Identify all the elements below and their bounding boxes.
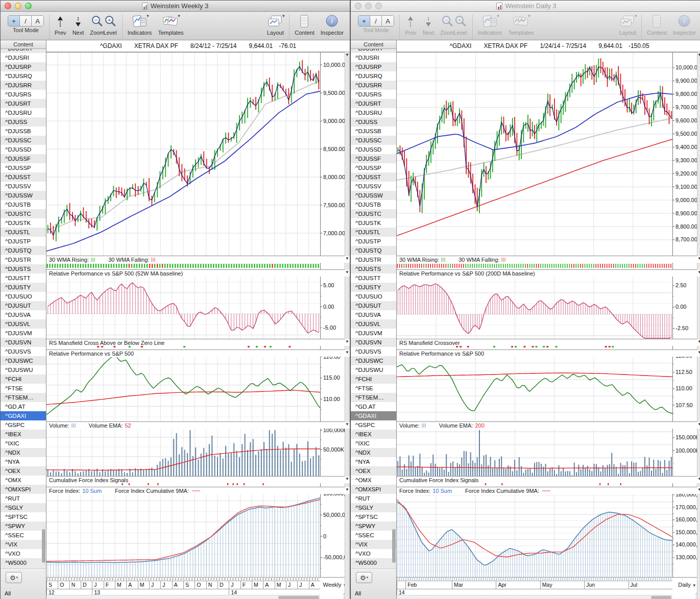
symbol-row[interactable]: ^DJUSRT bbox=[351, 99, 396, 108]
symbol-row[interactable]: ^DJUSVM bbox=[351, 329, 396, 338]
symbol-row[interactable]: ^DJUSTS bbox=[351, 264, 396, 273]
content-button[interactable]: Content bbox=[295, 14, 315, 36]
close-button[interactable] bbox=[5, 3, 11, 9]
pane-options-icon[interactable]: ▼ bbox=[697, 350, 700, 355]
symbol-row[interactable]: ^DJUSRR bbox=[351, 81, 396, 90]
rs-mansfield-pane[interactable]: RS Mansfield Crossover ▼ bbox=[397, 339, 700, 350]
symbol-row[interactable]: ^SPTSC bbox=[1, 512, 46, 521]
symbol-row[interactable]: ^DJUSTC bbox=[1, 209, 46, 218]
symbol-row[interactable]: ^DJUSSB bbox=[1, 127, 46, 136]
symbol-row[interactable]: ^OMXSPI bbox=[351, 485, 396, 494]
symbol-row[interactable]: ^DJUSSD bbox=[1, 145, 46, 154]
layout-button[interactable]: ▼Layout bbox=[267, 14, 284, 36]
symbol-row[interactable]: ^OEX bbox=[1, 466, 46, 476]
pane-options-icon[interactable]: ▼ bbox=[345, 477, 349, 482]
zoom-in-button[interactable]: +Level bbox=[103, 14, 116, 36]
symbol-row[interactable]: ^RUT bbox=[351, 494, 396, 503]
prev-button[interactable]: Prev bbox=[405, 14, 417, 36]
wma-signal-pane[interactable]: 30 WMA Rising:30 WMA Falling: ▼ bbox=[46, 256, 350, 269]
relative-performance-line-pane[interactable]: Relative Performance vs S&P 500 120.0011… bbox=[46, 350, 350, 421]
minimize-button[interactable] bbox=[365, 3, 372, 9]
force-index-pane[interactable]: Force Index:10 SumForce Index Cumulative… bbox=[46, 487, 350, 577]
symbol-row[interactable]: ^OMXSPI bbox=[1, 485, 46, 494]
symbol-row[interactable]: ^DJUSS bbox=[1, 117, 46, 127]
symbol-row[interactable]: ^NDX bbox=[351, 448, 396, 457]
tool-mode-segment-line[interactable]: / bbox=[20, 16, 32, 26]
symbol-row[interactable]: ^DJUSRR bbox=[1, 81, 46, 90]
symbol-row[interactable]: ^IXIC bbox=[1, 439, 46, 448]
symbol-row[interactable]: ^SGLY bbox=[351, 503, 396, 512]
symbol-row[interactable]: ^VIX bbox=[1, 540, 46, 549]
symbol-row[interactable]: ^GSPC bbox=[1, 420, 46, 430]
symbol-row[interactable]: ^NYA bbox=[351, 457, 396, 466]
rs-mansfield-pane[interactable]: RS Mansfield Cross Above or Below Zero L… bbox=[46, 339, 350, 350]
vertical-scrollbar[interactable] bbox=[345, 52, 350, 599]
symbol-row[interactable]: ^DJUSVS bbox=[1, 347, 46, 356]
symbol-row[interactable]: ^DJUSVN bbox=[351, 338, 396, 347]
symbol-row[interactable]: ^DJUSTL bbox=[1, 228, 46, 237]
prev-button[interactable]: Prev bbox=[55, 14, 66, 36]
symbol-row[interactable]: ^DJUSVA bbox=[351, 310, 396, 319]
pane-options-icon[interactable]: ▼ bbox=[697, 256, 700, 261]
symbol-row[interactable]: ^DJUSRH bbox=[351, 49, 396, 53]
zoom-out-button[interactable]: −Zoom bbox=[90, 14, 104, 36]
pane-options-icon[interactable]: ▼ bbox=[345, 350, 349, 355]
symbol-row[interactable]: ^DJUSTT bbox=[1, 273, 46, 283]
symbol-row[interactable]: ^DJUSSC bbox=[351, 136, 396, 145]
symbol-row[interactable]: ^SPWY bbox=[351, 521, 396, 531]
templates-button[interactable]: ▼Templates bbox=[158, 14, 183, 36]
symbol-row[interactable]: ^GDAXI bbox=[351, 411, 396, 420]
symbol-row[interactable]: ^VXO bbox=[1, 549, 46, 558]
sidebar-header-tab[interactable]: Content bbox=[351, 40, 396, 49]
symbol-row[interactable]: ^DJUSTQ bbox=[351, 246, 396, 255]
horizontal-scrollbar-thumb[interactable] bbox=[651, 596, 671, 599]
cumulative-force-signals-pane[interactable]: Cumulative Force Index Signals ▼ bbox=[397, 476, 700, 487]
next-button[interactable]: Next bbox=[73, 14, 84, 36]
symbol-row[interactable]: ^DJUSTC bbox=[351, 209, 396, 218]
symbol-row[interactable]: ^DJUSVL bbox=[1, 319, 46, 329]
symbol-row[interactable]: ^DJUSWC bbox=[351, 356, 396, 365]
zoom-in-button[interactable]: +Level bbox=[453, 14, 467, 36]
symbol-row[interactable]: ^SSEC bbox=[1, 531, 46, 540]
volume-pane[interactable]: Volume:Volume EMA:200 200,000K150,000K10… bbox=[397, 421, 700, 476]
indicators-button[interactable]: ▼Indicators bbox=[478, 14, 502, 36]
price-pane[interactable]: 10,000.009,500.009,000.008,500.008,000.0… bbox=[46, 52, 350, 256]
vertical-scrollbar[interactable] bbox=[697, 52, 700, 599]
symbol-row[interactable]: ^VIX bbox=[351, 540, 396, 549]
symbol-row[interactable]: ^DJUSUO bbox=[351, 292, 396, 301]
symbol-row[interactable]: ^DJUSUT bbox=[351, 301, 396, 310]
symbol-row[interactable]: ^DJUSTB bbox=[1, 200, 46, 209]
pane-options-icon[interactable]: ▼ bbox=[697, 339, 700, 344]
symbol-row[interactable]: ^DJUSRI bbox=[351, 53, 396, 62]
zoom-out-button[interactable]: −Zoom bbox=[440, 14, 454, 36]
symbol-row[interactable]: ^GDAXI bbox=[1, 411, 46, 420]
symbol-row[interactable]: ^FTSE bbox=[351, 384, 396, 393]
symbol-row[interactable]: ^SPWY bbox=[1, 521, 46, 531]
zoom-button[interactable] bbox=[375, 3, 382, 9]
volume-pane[interactable]: Volume:Volume EMA:52 100,000K50,000K▼ bbox=[46, 421, 350, 476]
symbol-row[interactable]: ^DJUSTK bbox=[351, 218, 396, 228]
symbol-row[interactable]: ^DJUSTT bbox=[351, 273, 396, 283]
title-bar[interactable]: Weinstein Weekly 3 bbox=[1, 1, 350, 12]
symbol-row[interactable]: ^DJUSWU bbox=[1, 365, 46, 375]
horizontal-scrollbar-thumb[interactable] bbox=[278, 596, 319, 599]
relative-performance-histogram-pane[interactable]: Relative Performance vs S&P 500 (200D MA… bbox=[397, 269, 700, 339]
relative-performance-line-pane[interactable]: Relative Performance vs S&P 500 115.0011… bbox=[397, 350, 700, 421]
symbol-row[interactable]: ^DJUSRQ bbox=[351, 71, 396, 81]
symbol-row[interactable]: ^DJUSVS bbox=[351, 347, 396, 356]
layout-button[interactable]: ▼Layout bbox=[619, 14, 636, 36]
symbol-row[interactable]: ^DJUSTY bbox=[1, 283, 46, 292]
pane-options-icon[interactable]: ▼ bbox=[345, 270, 349, 275]
pane-options-icon[interactable]: ▼ bbox=[345, 256, 349, 261]
symbol-row[interactable]: ^OEX bbox=[351, 466, 396, 476]
symbol-row[interactable]: ^GSPC bbox=[351, 420, 396, 430]
pane-options-icon[interactable]: ▼ bbox=[345, 53, 349, 58]
pane-options-icon[interactable]: ▼ bbox=[697, 53, 700, 58]
pane-options-icon[interactable]: ▼ bbox=[697, 487, 700, 492]
symbol-row[interactable]: ^DJUSSV bbox=[351, 182, 396, 191]
pane-options-icon[interactable]: ▼ bbox=[345, 487, 349, 492]
tool-mode-segment-text[interactable]: A bbox=[382, 16, 394, 26]
symbol-row[interactable]: ^DJUSTK bbox=[1, 218, 46, 228]
symbol-row[interactable]: ^IXIC bbox=[351, 439, 396, 448]
symbol-row[interactable]: ^DJUSSW bbox=[1, 191, 46, 200]
